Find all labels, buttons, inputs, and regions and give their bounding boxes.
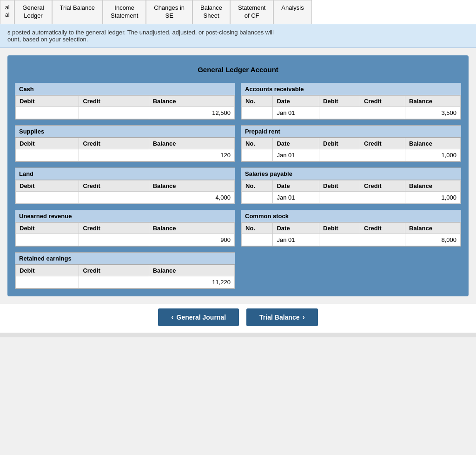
re-debit [16, 276, 79, 288]
account-common-stock: Common stock No. Date Debit Credit Balan… [241, 210, 461, 247]
sp-debit [319, 191, 360, 203]
sp-balance: 1,000 [405, 191, 461, 203]
supplies-col-credit: Credit [79, 138, 149, 149]
sp-date: Jan 01 [273, 191, 319, 203]
tab-changes-se[interactable]: Changes inSE [146, 0, 192, 24]
next-arrow-icon: › [302, 313, 304, 321]
cash-credit [79, 107, 149, 119]
account-retained-earnings-header: Retained earnings [15, 253, 235, 265]
account-cash: Cash Debit Credit Balance 12,500 [15, 83, 235, 120]
next-button[interactable]: Trial Balance › [246, 308, 318, 326]
sp-credit [360, 191, 405, 203]
account-common-stock-table: No. Date Debit Credit Balance Jan 01 8,0… [241, 222, 461, 246]
cash-col-credit: Credit [79, 95, 149, 107]
account-unearned-revenue-header: Unearned revenue [15, 210, 235, 222]
sp-col-no: No. [242, 180, 273, 191]
supplies-col-balance: Balance [149, 138, 234, 149]
table-row: Jan 01 1,000 [242, 191, 461, 203]
tab-analysis[interactable]: Analysis [273, 0, 311, 24]
pr-col-credit: Credit [360, 138, 405, 149]
re-col-balance: Balance [149, 265, 234, 276]
pr-col-balance: Balance [405, 138, 461, 149]
ar-debit [319, 107, 360, 119]
land-col-credit: Credit [79, 180, 149, 191]
cash-col-debit: Debit [16, 95, 79, 107]
sp-col-date: Date [273, 180, 319, 191]
cash-debit [16, 107, 79, 119]
account-salaries-payable-table: No. Date Debit Credit Balance Jan 01 1,0… [241, 180, 461, 204]
cs-col-credit: Credit [360, 222, 405, 234]
table-row: 11,220 [16, 276, 235, 288]
account-ar: Accounts receivable No. Date Debit Credi… [241, 83, 461, 120]
account-supplies-table: Debit Credit Balance 120 [15, 138, 235, 161]
account-land: Land Debit Credit Balance 4,000 [15, 167, 235, 204]
account-unearned-revenue-table: Debit Credit Balance 900 [15, 222, 235, 246]
re-balance: 11,220 [149, 276, 234, 288]
account-salaries-payable: Salaries payable No. Date Debit Credit B… [241, 167, 461, 204]
pr-col-debit: Debit [319, 138, 360, 149]
ar-balance: 3,500 [405, 107, 461, 119]
ar-col-debit: Debit [319, 95, 360, 107]
ur-credit [79, 234, 149, 246]
main-content: General Ledger Account Cash Debit Credit… [7, 55, 469, 296]
cash-balance: 12,500 [149, 107, 234, 119]
ar-col-balance: Balance [405, 95, 461, 107]
tab-bar: alal GeneralLedger Trial Balance IncomeS… [0, 0, 476, 24]
cs-col-date: Date [273, 222, 319, 234]
account-ar-table: No. Date Debit Credit Balance Jan 01 3,5… [241, 95, 461, 119]
re-col-credit: Credit [79, 265, 149, 276]
pr-col-date: Date [273, 138, 319, 149]
pr-credit [360, 149, 405, 161]
account-supplies: Supplies Debit Credit Balance 120 [15, 125, 235, 162]
pr-debit [319, 149, 360, 161]
prev-label: General Journal [177, 314, 226, 321]
table-row: 4,000 [16, 191, 235, 203]
land-col-balance: Balance [149, 180, 234, 191]
account-supplies-header: Supplies [15, 126, 235, 138]
ur-balance: 900 [149, 234, 234, 246]
prev-button[interactable]: ‹ General Journal [158, 308, 239, 326]
account-cash-table: Debit Credit Balance 12,500 [15, 95, 235, 119]
land-balance: 4,000 [149, 191, 234, 203]
pr-date: Jan 01 [273, 149, 319, 161]
ur-debit [16, 234, 79, 246]
account-salaries-payable-header: Salaries payable [241, 168, 461, 180]
info-line1: s posted automatically to the general le… [7, 29, 469, 36]
account-retained-earnings: Retained earnings Debit Credit Balance 1… [15, 252, 235, 289]
pr-no [242, 149, 273, 161]
tab-statement-cf[interactable]: Statementof CF [230, 0, 273, 24]
table-row: Jan 01 3,500 [242, 107, 461, 119]
account-land-table: Debit Credit Balance 4,000 [15, 180, 235, 204]
scrollbar[interactable] [0, 333, 476, 337]
tab-general-ledger[interactable]: GeneralLedger [14, 0, 52, 24]
section-title: General Ledger Account [15, 63, 461, 76]
table-row: 120 [16, 149, 235, 161]
ar-no [242, 107, 273, 119]
pr-col-no: No. [242, 138, 273, 149]
cs-credit [360, 234, 405, 246]
ar-col-credit: Credit [360, 95, 405, 107]
table-row: Jan 01 8,000 [242, 234, 461, 246]
tab-balance-sheet[interactable]: BalanceSheet [192, 0, 230, 24]
tab-trial-balance[interactable]: Trial Balance [52, 0, 103, 24]
bottom-nav: ‹ General Journal Trial Balance › [0, 304, 476, 333]
re-credit [79, 276, 149, 288]
table-row: Jan 01 1,000 [242, 149, 461, 161]
supplies-credit [79, 149, 149, 161]
sp-col-balance: Balance [405, 180, 461, 191]
tab-income-statement[interactable]: IncomeStatement [103, 0, 146, 24]
account-common-stock-header: Common stock [241, 210, 461, 222]
re-col-debit: Debit [16, 265, 79, 276]
ar-col-no: No. [242, 95, 273, 107]
sp-col-debit: Debit [319, 180, 360, 191]
cs-debit [319, 234, 360, 246]
supplies-col-debit: Debit [16, 138, 79, 149]
sp-col-credit: Credit [360, 180, 405, 191]
cs-date: Jan 01 [273, 234, 319, 246]
land-credit [79, 191, 149, 203]
land-debit [16, 191, 79, 203]
info-banner: s posted automatically to the general le… [0, 24, 476, 48]
ur-col-credit: Credit [79, 222, 149, 234]
tab-stub[interactable]: alal [0, 0, 14, 24]
pr-balance: 1,000 [405, 149, 461, 161]
